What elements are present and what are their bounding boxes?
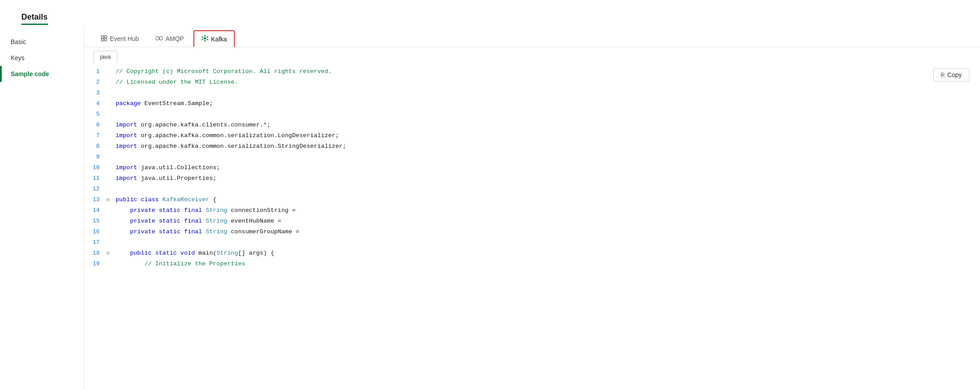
line-toggle-18[interactable]: ⊟ [107, 248, 114, 259]
code-line-16: 16 private static final String consumerG… [84, 227, 980, 237]
amqp-icon [156, 35, 163, 43]
tab-label-amqp: AMQP [165, 35, 184, 42]
line-number-14: 14 [84, 205, 107, 216]
line-code-4: package EventStream.Sample; [116, 98, 980, 109]
main-layout: BasicKeysSample code Event HubAMQP Kafka… [0, 25, 980, 390]
svg-rect-1 [104, 36, 107, 38]
copy-icon: ⎘ [941, 71, 944, 78]
line-code-6: import org.apache.kafka.clients.consumer… [116, 120, 980, 130]
line-number-19: 19 [84, 259, 107, 269]
code-line-9: 9 [84, 152, 980, 162]
line-code-1: // Copyright (c) Microsoft Corporation. … [116, 66, 980, 77]
code-line-17: 17 [84, 237, 980, 248]
content-area: Event HubAMQP Kafka java ⎘ [84, 25, 980, 390]
svg-rect-0 [101, 36, 104, 38]
lang-tab-java[interactable]: java [93, 51, 117, 63]
code-line-14: 14 private static final String connectio… [84, 205, 980, 216]
code-wrapper[interactable]: ⎘ Copy 1 // Copyright (c) Microsoft Corp… [84, 63, 980, 390]
line-number-6: 6 [84, 120, 107, 130]
code-line-12: 12 [84, 184, 980, 195]
line-code-11: import java.util.Properties; [116, 173, 980, 184]
code-line-10: 10 import java.util.Collections; [84, 162, 980, 173]
tab-label-event-hub: Event Hub [110, 35, 139, 42]
tab-amqp[interactable]: AMQP [148, 31, 191, 46]
line-code-15: private static final String eventHubName… [116, 216, 980, 227]
code-line-13: 13⊟public class KafkaReceiver { [84, 195, 980, 205]
sidebar-item-keys[interactable]: Keys [0, 50, 84, 66]
copy-button-label: Copy [947, 71, 962, 78]
tab-label-kafka: Kafka [211, 36, 227, 43]
event-hub-icon [101, 35, 107, 43]
line-number-7: 7 [84, 130, 107, 141]
line-number-13: 13 [84, 195, 107, 205]
line-number-16: 16 [84, 227, 107, 237]
line-number-12: 12 [84, 184, 107, 195]
line-code-14: private static final String connectionSt… [116, 205, 980, 216]
copy-button[interactable]: ⎘ Copy [933, 68, 969, 81]
line-number-11: 11 [84, 173, 107, 184]
sidebar-item-basic[interactable]: Basic [0, 34, 84, 50]
code-line-6: 6 import org.apache.kafka.clients.consum… [84, 120, 980, 130]
page-title: Details [11, 6, 969, 22]
line-number-8: 8 [84, 141, 107, 152]
line-code-10: import java.util.Collections; [116, 162, 980, 173]
code-line-3: 3 [84, 88, 980, 98]
code-line-8: 8 import org.apache.kafka.common.seriali… [84, 141, 980, 152]
tab-kafka[interactable]: Kafka [193, 30, 235, 47]
code-line-18: 18⊟ public static void main(String[] arg… [84, 248, 980, 259]
svg-point-4 [156, 37, 159, 40]
tab-event-hub[interactable]: Event Hub [93, 31, 146, 46]
line-number-18: 18 [84, 248, 107, 259]
line-number-9: 9 [84, 152, 107, 162]
line-number-1: 1 [84, 66, 107, 77]
line-number-5: 5 [84, 109, 107, 120]
lang-tabs-bar: java [84, 47, 980, 63]
kafka-icon [201, 35, 209, 43]
svg-point-5 [159, 37, 163, 40]
line-code-7: import org.apache.kafka.common.serializa… [116, 130, 980, 141]
protocol-tabs-bar: Event HubAMQP Kafka [84, 25, 980, 47]
app-container: Details BasicKeysSample code Event HubAM… [0, 0, 980, 390]
line-number-3: 3 [84, 88, 107, 98]
line-number-4: 4 [84, 98, 107, 109]
line-number-17: 17 [84, 237, 107, 248]
line-code-16: private static final String consumerGrou… [116, 227, 980, 237]
line-code-19: // Initialize the Properties [116, 259, 980, 269]
code-line-11: 11 import java.util.Properties; [84, 173, 980, 184]
code-container: ⎘ Copy 1 // Copyright (c) Microsoft Corp… [84, 63, 980, 273]
code-line-4: 4 package EventStream.Sample; [84, 98, 980, 109]
code-line-2: 2 // Licensed under the MIT License. [84, 77, 980, 88]
line-number-10: 10 [84, 162, 107, 173]
line-number-15: 15 [84, 216, 107, 227]
line-number-2: 2 [84, 77, 107, 88]
svg-rect-3 [104, 39, 107, 41]
code-lines-container: 1 // Copyright (c) Microsoft Corporation… [84, 66, 980, 269]
sidebar-item-sample-code[interactable]: Sample code [0, 66, 84, 82]
code-line-5: 5 [84, 109, 980, 120]
code-line-19: 19 // Initialize the Properties [84, 259, 980, 269]
line-code-8: import org.apache.kafka.common.serializa… [116, 141, 980, 152]
code-line-7: 7 import org.apache.kafka.common.seriali… [84, 130, 980, 141]
line-code-2: // Licensed under the MIT License. [116, 77, 980, 88]
line-code-18: public static void main(String[] args) { [116, 248, 980, 259]
line-toggle-13[interactable]: ⊟ [107, 195, 114, 205]
sidebar: BasicKeysSample code [0, 25, 84, 390]
code-line-1: 1 // Copyright (c) Microsoft Corporation… [84, 66, 980, 77]
code-line-15: 15 private static final String eventHubN… [84, 216, 980, 227]
line-code-13: public class KafkaReceiver { [116, 195, 980, 205]
svg-rect-2 [101, 39, 104, 41]
